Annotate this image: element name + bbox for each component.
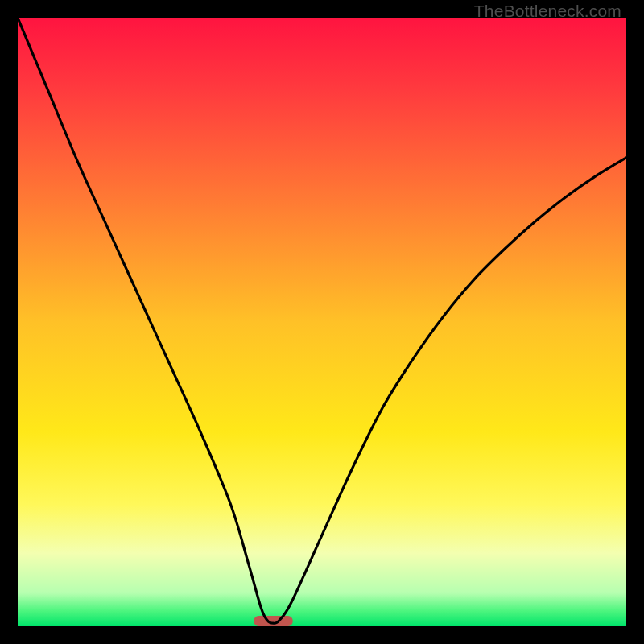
plot-area bbox=[18, 18, 626, 626]
bottleneck-chart bbox=[18, 18, 626, 626]
chart-frame: TheBottleneck.com bbox=[0, 0, 644, 644]
optimal-marker bbox=[254, 616, 292, 626]
